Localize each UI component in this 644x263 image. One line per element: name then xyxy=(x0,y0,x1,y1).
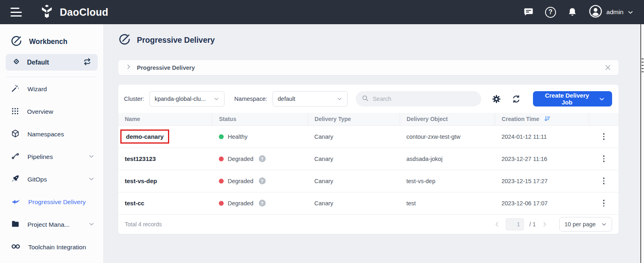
filters-toolbar: Cluster: kpanda-global-clu... Namespace:… xyxy=(118,85,619,113)
grid-dots-icon xyxy=(11,107,19,117)
settings-gear-icon[interactable] xyxy=(492,94,501,104)
workbench-label: Workbench xyxy=(29,38,67,46)
row-actions-kebab-icon[interactable] xyxy=(600,177,607,184)
workbench-pen-circle-icon xyxy=(10,35,22,49)
chevron-right-icon[interactable] xyxy=(126,64,132,71)
sidebar-item-progressive-delivery[interactable]: Progressive Delivery xyxy=(0,191,103,213)
total-records: Total 4 records xyxy=(125,221,162,228)
delivery-type-cell: Canary xyxy=(308,170,400,192)
status-badge: Healthy xyxy=(219,134,302,140)
infinity-icon xyxy=(11,242,21,253)
chevron-down-icon xyxy=(337,96,342,102)
brand-name: DaoCloud xyxy=(60,6,108,18)
row-actions-kebab-icon[interactable] xyxy=(600,200,607,207)
row-actions-kebab-icon[interactable] xyxy=(600,133,607,140)
cluster-select[interactable]: kpanda-global-clu... xyxy=(149,91,224,106)
create-delivery-job-button[interactable]: Create Delivery Job xyxy=(533,91,612,106)
avatar xyxy=(589,4,602,20)
workspace-selector[interactable]: Default xyxy=(6,54,98,71)
sidebar-divider xyxy=(6,77,97,77)
job-name-link[interactable]: test-cc xyxy=(125,200,144,207)
sidebar-item-overview[interactable]: Overview xyxy=(0,100,103,123)
column-status[interactable]: Status xyxy=(212,113,308,125)
namespace-label: Namespace: xyxy=(234,96,267,102)
sort-descending-icon[interactable] xyxy=(543,115,551,123)
workspace-switch-icon[interactable] xyxy=(83,57,92,68)
namespace-select[interactable]: default xyxy=(273,91,348,106)
creation-time-cell: 2024-01-12 11:11 xyxy=(495,125,589,148)
progressive-delivery-pen-circle-icon xyxy=(118,33,131,47)
sidebar-item-namespaces[interactable]: Namespaces xyxy=(0,123,103,146)
search-icon xyxy=(361,94,369,104)
delivery-object-cell: test xyxy=(400,192,495,214)
column-actions xyxy=(589,113,619,125)
namespace-value: default xyxy=(278,96,337,102)
column-delivery-object[interactable]: Delivery Object xyxy=(400,113,495,125)
degraded-status-dot xyxy=(219,201,224,206)
page-number-input[interactable] xyxy=(506,218,524,230)
menu-toggle-icon[interactable] xyxy=(10,8,22,17)
close-icon[interactable] xyxy=(604,64,611,71)
per-page-select[interactable]: 10 per page xyxy=(559,217,612,232)
delivery-type-cell: Canary xyxy=(308,192,400,214)
sidebar-nav: Wizard Overview xyxy=(0,78,103,259)
message-icon[interactable] xyxy=(523,6,534,18)
refresh-icon[interactable] xyxy=(512,94,521,104)
user-menu[interactable]: admin xyxy=(589,4,634,20)
creation-time-cell: 2023-12-15 17:27 xyxy=(495,170,589,192)
workspace-diamond-icon xyxy=(12,57,21,68)
column-creation-time[interactable]: Creation Time xyxy=(495,113,589,125)
daocloud-app: DaoCloud ? xyxy=(0,0,644,263)
row-actions-kebab-icon[interactable] xyxy=(600,155,607,162)
column-delivery-type[interactable]: Delivery Type xyxy=(308,113,400,125)
job-name-link[interactable]: test123123 xyxy=(125,155,156,162)
status-help-icon[interactable]: ? xyxy=(259,177,266,184)
table-row: test-cc Degraded ? Canary test 2023-12-0… xyxy=(118,192,619,214)
help-icon[interactable]: ? xyxy=(545,7,556,18)
next-page-icon[interactable] xyxy=(541,221,548,228)
prev-page-icon[interactable] xyxy=(494,221,500,228)
sidebar-item-toolchain-integration[interactable]: Toolchain Integration xyxy=(0,236,103,259)
sidebar-item-gitops[interactable]: GitOps xyxy=(0,168,103,191)
creation-time-cell: 2023-12-06 17:07 xyxy=(495,192,589,214)
search-box xyxy=(356,91,481,106)
breadcrumb-item[interactable]: Progressive Delivery xyxy=(137,65,195,71)
chevron-down-icon xyxy=(627,9,634,15)
column-name[interactable]: Name xyxy=(118,113,212,125)
breadcrumb: Progressive Delivery xyxy=(118,60,619,75)
delivery-jobs-panel: Cluster: kpanda-global-clu... Namespace:… xyxy=(118,85,619,234)
status-badge: Degraded ? xyxy=(219,177,302,184)
table-footer: Total 4 records / 1 10 per page xyxy=(118,214,619,234)
sidebar: Workbench Default xyxy=(0,24,104,263)
job-name-cell: demo-canary xyxy=(118,125,212,148)
chevron-down-icon xyxy=(601,221,607,227)
notifications-bell-icon[interactable] xyxy=(567,7,578,18)
status-help-icon[interactable]: ? xyxy=(259,155,266,162)
healthy-status-dot xyxy=(219,134,224,139)
wand-icon xyxy=(11,84,20,94)
workspace-name: Default xyxy=(27,59,77,66)
chevron-down-icon xyxy=(214,96,219,102)
search-input[interactable] xyxy=(373,96,475,102)
chevron-down-icon xyxy=(88,176,94,184)
main-content: Progressive Delivery Progressive Deliver… xyxy=(104,24,644,263)
page-title: Progressive Delivery xyxy=(137,35,215,45)
sidebar-workbench[interactable]: Workbench xyxy=(0,24,103,49)
chevron-down-icon xyxy=(88,153,94,161)
cluster-value: kpanda-global-clu... xyxy=(155,96,214,102)
job-name-link[interactable]: test-vs-dep xyxy=(125,177,157,184)
chevron-down-icon xyxy=(599,96,605,102)
per-page-value: 10 per page xyxy=(564,221,601,228)
delivery-type-cell: Canary xyxy=(308,148,400,170)
sidebar-item-project-management[interactable]: Project Mana... xyxy=(0,213,103,236)
status-badge: Degraded ? xyxy=(219,200,302,207)
status-help-icon[interactable]: ? xyxy=(259,200,266,207)
daocloud-cube-icon xyxy=(39,3,55,21)
sidebar-item-pipelines[interactable]: Pipelines xyxy=(0,146,103,168)
rocket-icon xyxy=(11,174,20,185)
table-row: test123123 Degraded ? Canary asdsada-jok… xyxy=(118,148,619,170)
sidebar-item-wizard[interactable]: Wizard xyxy=(0,78,103,100)
job-name-link[interactable]: demo-canary xyxy=(126,133,164,140)
status-badge: Degraded ? xyxy=(219,155,302,162)
user-name: admin xyxy=(606,8,623,16)
